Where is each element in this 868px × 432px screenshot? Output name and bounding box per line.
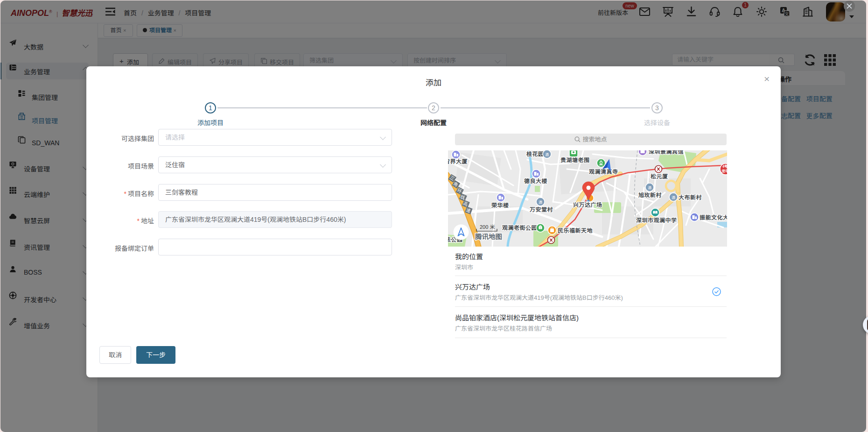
svg-text:民乐福新天地: 民乐福新天地 xyxy=(558,226,593,234)
svg-text:振能文化大: 振能文化大 xyxy=(700,213,727,221)
svg-text:观澜老街公园: 观澜老街公园 xyxy=(502,223,537,231)
svg-text:大布新村: 大布新村 xyxy=(679,193,702,201)
svg-text:腾讯地图: 腾讯地图 xyxy=(475,231,502,241)
svg-text:旭玫新村: 旭玫新村 xyxy=(638,191,662,198)
svg-text:深圳市观澜中学: 深圳市观澜中学 xyxy=(636,216,677,224)
svg-text:酒: 酒 xyxy=(539,199,542,205)
svg-text:松元厦: 松元厦 xyxy=(651,172,668,180)
svg-text:龙华: 龙华 xyxy=(721,168,727,173)
svg-text:贵湖塘老围: 贵湖塘老围 xyxy=(560,156,590,163)
svg-text:智界大厦: 智界大厦 xyxy=(448,157,468,165)
svg-text:酒: 酒 xyxy=(672,195,675,200)
svg-text:万安堂村: 万安堂村 xyxy=(529,205,553,213)
svg-text:德良大楼: 德良大楼 xyxy=(524,177,547,184)
svg-text:深圳景澜宾馆: 深圳景澜宾馆 xyxy=(649,150,684,155)
svg-text:桂花园: 桂花园 xyxy=(526,150,544,157)
svg-text:酒: 酒 xyxy=(648,185,651,190)
svg-text:200 米: 200 米 xyxy=(480,223,495,230)
svg-text:酒: 酒 xyxy=(545,152,549,157)
svg-text:兴万达广场: 兴万达广场 xyxy=(573,200,602,208)
svg-text:荣华楼: 荣华楼 xyxy=(491,201,509,209)
